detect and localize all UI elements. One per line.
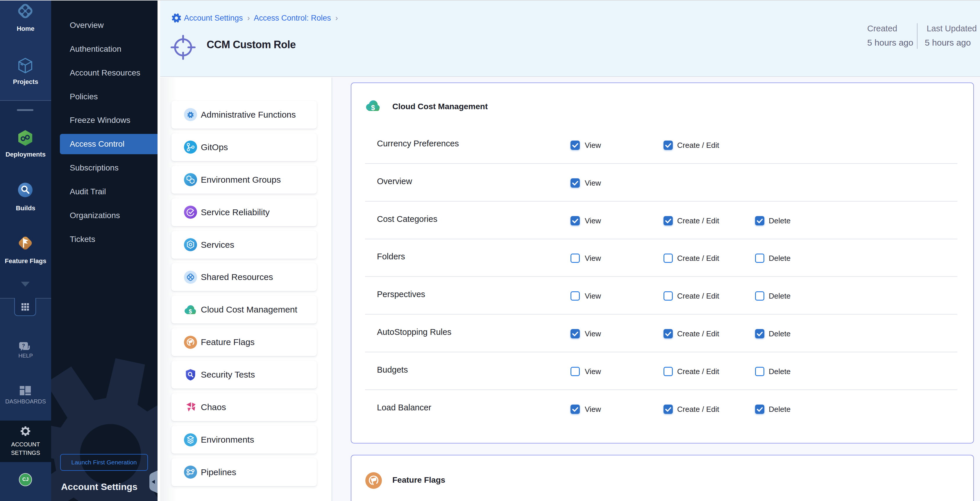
svg-text:$: $ — [371, 104, 375, 111]
svg-text:?: ? — [22, 343, 25, 349]
svg-text:$: $ — [189, 308, 192, 314]
